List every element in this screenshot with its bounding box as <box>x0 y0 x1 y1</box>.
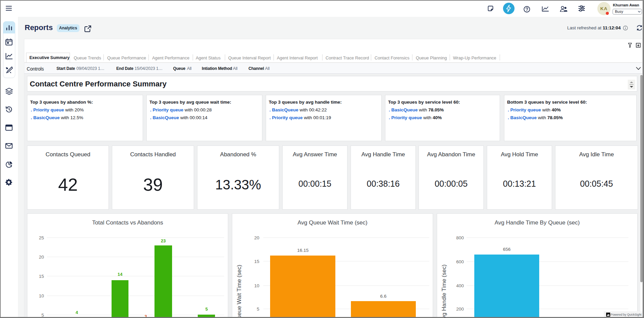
svg-text:20: 20 <box>39 255 44 260</box>
svg-text:5: 5 <box>205 307 208 312</box>
svg-text:4: 4 <box>75 310 78 315</box>
svg-text:10: 10 <box>254 283 259 288</box>
svg-text:400: 400 <box>456 283 464 288</box>
svg-text:200: 200 <box>456 307 464 312</box>
svg-text:800: 800 <box>456 235 464 240</box>
svg-text:20: 20 <box>254 235 259 240</box>
svg-text:14: 14 <box>118 272 123 277</box>
svg-text:Avg Handle Time (sec): Avg Handle Time (sec) <box>441 264 447 318</box>
svg-text:16.15: 16.15 <box>297 248 309 253</box>
svg-text:15: 15 <box>39 274 44 279</box>
svg-text:10: 10 <box>39 293 44 298</box>
svg-text:23: 23 <box>161 238 166 243</box>
svg-text:600: 600 <box>456 259 464 264</box>
svg-text:6.6: 6.6 <box>380 294 387 299</box>
svg-text:25: 25 <box>39 235 44 240</box>
svg-text:656: 656 <box>503 247 511 252</box>
svg-text:15: 15 <box>254 259 259 264</box>
svg-text:5: 5 <box>257 307 259 312</box>
svg-text:Avg Queue Wait Time (sec): Avg Queue Wait Time (sec) <box>236 265 242 318</box>
